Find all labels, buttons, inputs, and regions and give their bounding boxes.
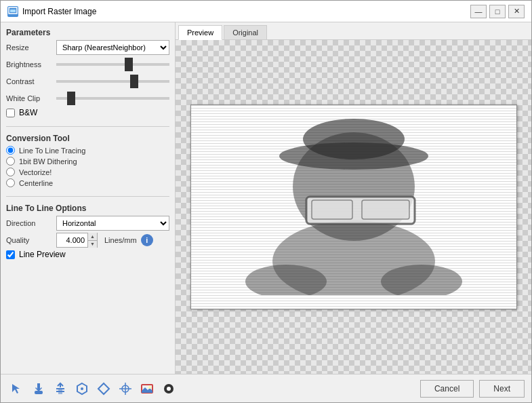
circle-icon[interactable] (159, 379, 178, 398)
svg-rect-8 (362, 200, 409, 219)
quality-spinner-buttons: ▲ ▼ (87, 233, 97, 248)
radio-centerline-label[interactable]: Centerline (19, 179, 53, 187)
line-preview-label[interactable]: Line Preview (19, 250, 66, 259)
toolbar-icons (7, 379, 178, 398)
radio-vectorize: Vectorize! (6, 168, 169, 176)
line-options-section: Line To Line Options Direction Horizonta… (6, 204, 169, 261)
radio-bw-dithering-input[interactable] (6, 157, 15, 166)
brightness-slider[interactable] (56, 63, 169, 66)
quality-unit: Lines/mm (104, 236, 137, 244)
bottom-toolbar: Cancel Next (1, 374, 531, 402)
radio-line-to-line-input[interactable] (6, 146, 15, 155)
direction-select[interactable]: Horizontal Vertical Diagonal (56, 216, 169, 231)
parameters-section: Parameters Resize Sharp (NearestNeighbor… (6, 28, 169, 119)
radio-bw-dithering: 1bit BW Dithering (6, 157, 169, 166)
import-raster-window: Import Raster Image — □ ✕ Parameters Res… (0, 0, 532, 403)
toolbar-buttons: Cancel Next (420, 380, 525, 398)
line-options-label: Line To Line Options (6, 204, 169, 213)
contrast-slider[interactable] (56, 80, 169, 83)
pan2-icon[interactable] (51, 379, 70, 398)
direction-label: Direction (6, 219, 52, 227)
title-bar: Import Raster Image — □ ✕ (1, 1, 531, 22)
crosshair-icon[interactable] (116, 379, 135, 398)
quality-info-icon[interactable]: i (141, 234, 153, 246)
preview-image-container (190, 104, 517, 309)
parameters-label: Parameters (6, 28, 169, 37)
radio-line-to-line: Line To Line Tracing (6, 146, 169, 155)
silhouette-svg (232, 119, 476, 295)
brightness-label: Brightness (6, 60, 52, 69)
next-button[interactable]: Next (479, 380, 525, 398)
bw-checkbox[interactable] (6, 109, 15, 117)
window-title: Import Raster Image (22, 7, 96, 16)
quality-label: Quality (6, 236, 52, 244)
direction-row: Direction Horizontal Vertical Diagonal (6, 216, 169, 231)
svg-marker-11 (12, 384, 20, 394)
title-bar-left: Import Raster Image (7, 6, 96, 17)
title-controls: — □ ✕ (470, 5, 525, 18)
conversion-tool-section: Conversion Tool Line To Line Tracing 1bi… (6, 134, 169, 189)
svg-point-21 (148, 386, 151, 389)
svg-rect-12 (35, 391, 43, 394)
line-preview-checkbox[interactable] (6, 250, 15, 259)
contrast-slider-container (56, 74, 169, 89)
quality-input[interactable] (57, 235, 87, 245)
left-panel: Parameters Resize Sharp (NearestNeighbor… (1, 22, 176, 374)
close-button[interactable]: ✕ (508, 5, 525, 18)
select-icon[interactable] (73, 379, 91, 398)
svg-rect-7 (312, 200, 352, 219)
radio-centerline-input[interactable] (6, 178, 15, 187)
radio-bw-dithering-label[interactable]: 1bit BW Dithering (19, 157, 77, 166)
arrow-icon[interactable] (7, 379, 26, 398)
resize-row: Resize Sharp (NearestNeighbor) Smooth (B… (6, 40, 169, 55)
cancel-button[interactable]: Cancel (420, 380, 474, 398)
radio-vectorize-label[interactable]: Vectorize! (19, 168, 52, 176)
line-preview-row: Line Preview (6, 250, 169, 259)
resize-select[interactable]: Sharp (NearestNeighbor) Smooth (Bilinear… (56, 40, 169, 55)
brightness-row: Brightness (6, 57, 169, 72)
quality-increment[interactable]: ▲ (87, 233, 97, 241)
divider-1 (6, 126, 169, 127)
contrast-row: Contrast (6, 74, 169, 89)
right-panel: Preview Original (176, 22, 531, 374)
white-clip-slider[interactable] (56, 97, 169, 100)
quality-row: Quality ▲ ▼ Lines/mm i (6, 233, 169, 248)
svg-marker-20 (142, 387, 152, 393)
white-clip-row: White Clip (6, 91, 169, 106)
svg-marker-15 (98, 383, 109, 394)
preview-area (176, 40, 531, 374)
maximize-button[interactable]: □ (489, 5, 506, 18)
tab-bar: Preview Original (176, 22, 531, 40)
quality-decrement[interactable]: ▼ (87, 241, 97, 248)
white-clip-slider-container (56, 91, 169, 106)
window-icon (7, 6, 18, 17)
tab-preview[interactable]: Preview (178, 25, 222, 40)
divider-2 (6, 196, 169, 197)
minimize-button[interactable]: — (470, 5, 487, 18)
svg-point-5 (303, 119, 405, 159)
radio-vectorize-input[interactable] (6, 168, 15, 176)
diamond-icon[interactable] (94, 379, 113, 398)
svg-point-23 (167, 387, 171, 391)
quality-spinner: ▲ ▼ (56, 233, 98, 248)
pan-icon[interactable] (29, 379, 48, 398)
resize-label: Resize (6, 43, 52, 52)
tab-original[interactable]: Original (224, 25, 267, 39)
content-area: Parameters Resize Sharp (NearestNeighbor… (1, 22, 531, 374)
radio-line-to-line-label[interactable]: Line To Line Tracing (19, 147, 85, 155)
bw-label[interactable]: B&W (19, 108, 37, 117)
photo-icon[interactable] (138, 379, 157, 398)
white-clip-label: White Clip (6, 94, 52, 102)
svg-point-14 (81, 387, 83, 390)
bw-row: B&W (6, 108, 169, 117)
preview-canvas (191, 105, 516, 309)
contrast-label: Contrast (6, 77, 52, 85)
brightness-slider-container (56, 57, 169, 72)
radio-centerline: Centerline (6, 178, 169, 187)
svg-rect-1 (10, 9, 16, 12)
conversion-tool-label: Conversion Tool (6, 134, 169, 143)
